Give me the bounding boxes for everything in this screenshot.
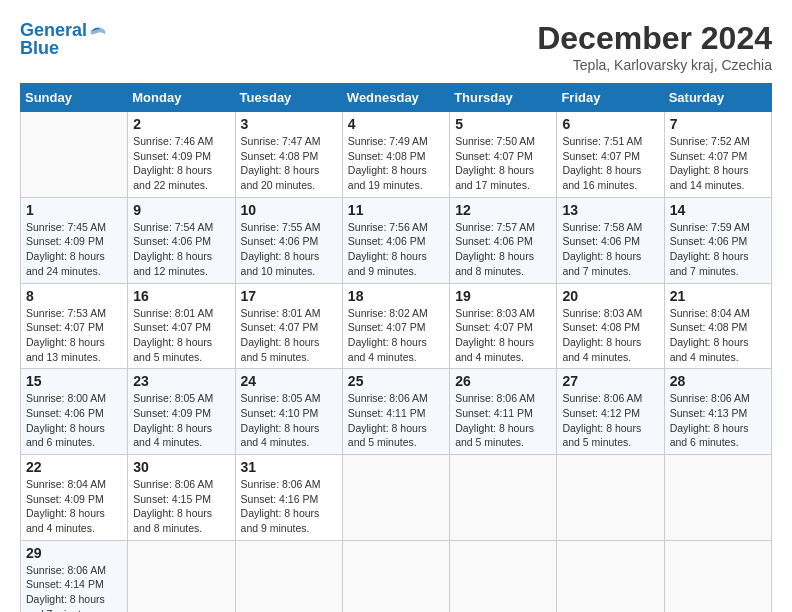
calendar-day-cell xyxy=(557,540,664,612)
day-number: 19 xyxy=(455,288,551,304)
day-info: Sunrise: 8:01 AMSunset: 4:07 PMDaylight:… xyxy=(133,306,229,365)
calendar-day-cell xyxy=(342,540,449,612)
day-number: 7 xyxy=(670,116,766,132)
logo: General Blue xyxy=(20,20,107,59)
day-info: Sunrise: 8:05 AMSunset: 4:10 PMDaylight:… xyxy=(241,391,337,450)
day-info: Sunrise: 8:02 AMSunset: 4:07 PMDaylight:… xyxy=(348,306,444,365)
calendar-day-cell xyxy=(342,455,449,541)
day-info: Sunrise: 8:04 AMSunset: 4:08 PMDaylight:… xyxy=(670,306,766,365)
calendar-day-cell xyxy=(557,455,664,541)
day-number: 8 xyxy=(26,288,122,304)
calendar-day-cell: 27Sunrise: 8:06 AMSunset: 4:12 PMDayligh… xyxy=(557,369,664,455)
day-of-week-header: Tuesday xyxy=(235,84,342,112)
calendar-day-cell xyxy=(664,455,771,541)
day-info: Sunrise: 8:06 AMSunset: 4:11 PMDaylight:… xyxy=(455,391,551,450)
day-info: Sunrise: 8:00 AMSunset: 4:06 PMDaylight:… xyxy=(26,391,122,450)
logo-icon xyxy=(89,22,107,40)
day-number: 3 xyxy=(241,116,337,132)
calendar-week-row: 8Sunrise: 7:53 AMSunset: 4:07 PMDaylight… xyxy=(21,283,772,369)
day-of-week-header: Wednesday xyxy=(342,84,449,112)
day-of-week-header: Sunday xyxy=(21,84,128,112)
calendar-day-cell: 28Sunrise: 8:06 AMSunset: 4:13 PMDayligh… xyxy=(664,369,771,455)
day-info: Sunrise: 7:53 AMSunset: 4:07 PMDaylight:… xyxy=(26,306,122,365)
calendar-day-cell xyxy=(21,112,128,198)
day-info: Sunrise: 7:57 AMSunset: 4:06 PMDaylight:… xyxy=(455,220,551,279)
day-number: 28 xyxy=(670,373,766,389)
day-number: 6 xyxy=(562,116,658,132)
day-info: Sunrise: 8:06 AMSunset: 4:11 PMDaylight:… xyxy=(348,391,444,450)
day-info: Sunrise: 8:03 AMSunset: 4:08 PMDaylight:… xyxy=(562,306,658,365)
calendar-day-cell: 1Sunrise: 7:45 AMSunset: 4:09 PMDaylight… xyxy=(21,197,128,283)
calendar-day-cell: 29Sunrise: 8:06 AMSunset: 4:14 PMDayligh… xyxy=(21,540,128,612)
calendar-day-cell: 16Sunrise: 8:01 AMSunset: 4:07 PMDayligh… xyxy=(128,283,235,369)
calendar-day-cell: 5Sunrise: 7:50 AMSunset: 4:07 PMDaylight… xyxy=(450,112,557,198)
day-number: 23 xyxy=(133,373,229,389)
day-number: 14 xyxy=(670,202,766,218)
day-info: Sunrise: 7:52 AMSunset: 4:07 PMDaylight:… xyxy=(670,134,766,193)
day-info: Sunrise: 7:55 AMSunset: 4:06 PMDaylight:… xyxy=(241,220,337,279)
day-number: 15 xyxy=(26,373,122,389)
calendar-week-row: 29Sunrise: 8:06 AMSunset: 4:14 PMDayligh… xyxy=(21,540,772,612)
day-info: Sunrise: 7:54 AMSunset: 4:06 PMDaylight:… xyxy=(133,220,229,279)
calendar-day-cell: 13Sunrise: 7:58 AMSunset: 4:06 PMDayligh… xyxy=(557,197,664,283)
calendar-day-cell: 21Sunrise: 8:04 AMSunset: 4:08 PMDayligh… xyxy=(664,283,771,369)
day-number: 12 xyxy=(455,202,551,218)
calendar-day-cell xyxy=(664,540,771,612)
day-info: Sunrise: 7:46 AMSunset: 4:09 PMDaylight:… xyxy=(133,134,229,193)
day-info: Sunrise: 7:47 AMSunset: 4:08 PMDaylight:… xyxy=(241,134,337,193)
day-info: Sunrise: 7:45 AMSunset: 4:09 PMDaylight:… xyxy=(26,220,122,279)
day-of-week-header: Friday xyxy=(557,84,664,112)
day-number: 10 xyxy=(241,202,337,218)
calendar-day-cell xyxy=(128,540,235,612)
day-info: Sunrise: 7:58 AMSunset: 4:06 PMDaylight:… xyxy=(562,220,658,279)
day-info: Sunrise: 7:50 AMSunset: 4:07 PMDaylight:… xyxy=(455,134,551,193)
day-of-week-header: Saturday xyxy=(664,84,771,112)
calendar-day-cell: 31Sunrise: 8:06 AMSunset: 4:16 PMDayligh… xyxy=(235,455,342,541)
calendar-day-cell: 9Sunrise: 7:54 AMSunset: 4:06 PMDaylight… xyxy=(128,197,235,283)
title-area: December 2024 Tepla, Karlovarsky kraj, C… xyxy=(537,20,772,73)
calendar-day-cell: 19Sunrise: 8:03 AMSunset: 4:07 PMDayligh… xyxy=(450,283,557,369)
calendar-day-cell: 25Sunrise: 8:06 AMSunset: 4:11 PMDayligh… xyxy=(342,369,449,455)
day-info: Sunrise: 7:51 AMSunset: 4:07 PMDaylight:… xyxy=(562,134,658,193)
day-info: Sunrise: 8:06 AMSunset: 4:14 PMDaylight:… xyxy=(26,563,122,612)
calendar-day-cell: 10Sunrise: 7:55 AMSunset: 4:06 PMDayligh… xyxy=(235,197,342,283)
calendar-week-row: 1Sunrise: 7:45 AMSunset: 4:09 PMDaylight… xyxy=(21,197,772,283)
day-number: 4 xyxy=(348,116,444,132)
day-number: 9 xyxy=(133,202,229,218)
day-info: Sunrise: 8:04 AMSunset: 4:09 PMDaylight:… xyxy=(26,477,122,536)
calendar-day-cell: 30Sunrise: 8:06 AMSunset: 4:15 PMDayligh… xyxy=(128,455,235,541)
calendar-week-row: 2Sunrise: 7:46 AMSunset: 4:09 PMDaylight… xyxy=(21,112,772,198)
calendar-day-cell: 17Sunrise: 8:01 AMSunset: 4:07 PMDayligh… xyxy=(235,283,342,369)
day-info: Sunrise: 8:06 AMSunset: 4:12 PMDaylight:… xyxy=(562,391,658,450)
day-number: 2 xyxy=(133,116,229,132)
day-of-week-header: Monday xyxy=(128,84,235,112)
calendar-day-cell: 12Sunrise: 7:57 AMSunset: 4:06 PMDayligh… xyxy=(450,197,557,283)
calendar-day-cell xyxy=(235,540,342,612)
calendar-header-row: SundayMondayTuesdayWednesdayThursdayFrid… xyxy=(21,84,772,112)
calendar-day-cell: 23Sunrise: 8:05 AMSunset: 4:09 PMDayligh… xyxy=(128,369,235,455)
calendar-day-cell xyxy=(450,455,557,541)
calendar-day-cell xyxy=(450,540,557,612)
day-number: 22 xyxy=(26,459,122,475)
day-number: 17 xyxy=(241,288,337,304)
day-info: Sunrise: 8:05 AMSunset: 4:09 PMDaylight:… xyxy=(133,391,229,450)
day-number: 16 xyxy=(133,288,229,304)
calendar-day-cell: 7Sunrise: 7:52 AMSunset: 4:07 PMDaylight… xyxy=(664,112,771,198)
calendar-day-cell: 24Sunrise: 8:05 AMSunset: 4:10 PMDayligh… xyxy=(235,369,342,455)
day-number: 20 xyxy=(562,288,658,304)
calendar-day-cell: 20Sunrise: 8:03 AMSunset: 4:08 PMDayligh… xyxy=(557,283,664,369)
calendar-day-cell: 6Sunrise: 7:51 AMSunset: 4:07 PMDaylight… xyxy=(557,112,664,198)
day-number: 31 xyxy=(241,459,337,475)
day-info: Sunrise: 8:01 AMSunset: 4:07 PMDaylight:… xyxy=(241,306,337,365)
calendar-week-row: 22Sunrise: 8:04 AMSunset: 4:09 PMDayligh… xyxy=(21,455,772,541)
day-number: 25 xyxy=(348,373,444,389)
day-number: 11 xyxy=(348,202,444,218)
day-info: Sunrise: 8:06 AMSunset: 4:15 PMDaylight:… xyxy=(133,477,229,536)
day-number: 27 xyxy=(562,373,658,389)
day-number: 30 xyxy=(133,459,229,475)
calendar-day-cell: 26Sunrise: 8:06 AMSunset: 4:11 PMDayligh… xyxy=(450,369,557,455)
calendar-table: SundayMondayTuesdayWednesdayThursdayFrid… xyxy=(20,83,772,612)
day-info: Sunrise: 8:03 AMSunset: 4:07 PMDaylight:… xyxy=(455,306,551,365)
day-number: 5 xyxy=(455,116,551,132)
calendar-day-cell: 18Sunrise: 8:02 AMSunset: 4:07 PMDayligh… xyxy=(342,283,449,369)
